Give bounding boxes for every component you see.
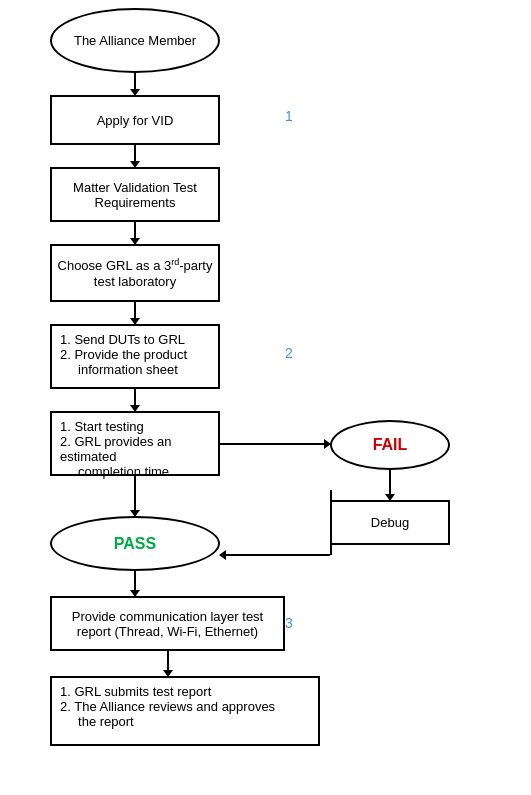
grl-submits-label: 1. GRL submits test report2. The Allianc… — [60, 684, 275, 729]
arrow-debug-to-pass — [220, 554, 330, 556]
matter-validation-node: Matter Validation TestRequirements — [50, 167, 220, 222]
arrow-4 — [134, 302, 136, 324]
grl-submits-node: 1. GRL submits test report2. The Allianc… — [50, 676, 320, 746]
matter-validation-label: Matter Validation TestRequirements — [73, 180, 197, 210]
apply-vid-label: Apply for VID — [97, 113, 174, 128]
choose-grl-label: Choose GRL as a 3rd-partytest laboratory — [58, 257, 213, 288]
arrow-3 — [134, 222, 136, 244]
debug-up-line — [330, 490, 332, 555]
pass-node: PASS — [50, 516, 220, 571]
label-2: 2 — [285, 345, 293, 361]
label-3: 3 — [285, 615, 293, 631]
send-duts-node: 1. Send DUTs to GRL2. Provide the produc… — [50, 324, 220, 389]
arrow-fail-debug — [389, 470, 391, 500]
start-testing-node: 1. Start testing2. GRL provides an estim… — [50, 411, 220, 476]
fail-node: FAIL — [330, 420, 450, 470]
pass-label: PASS — [114, 535, 156, 553]
arrow-pass-comm — [134, 571, 136, 596]
arrow-comm-grl — [167, 651, 169, 676]
arrow-to-fail — [220, 443, 330, 445]
alliance-member-node: The Alliance Member — [50, 8, 220, 73]
debug-label: Debug — [371, 515, 409, 530]
comm-layer-label: Provide communication layer testreport (… — [72, 609, 263, 639]
alliance-member-label: The Alliance Member — [74, 33, 196, 48]
arrow-5 — [134, 389, 136, 411]
apply-vid-node: Apply for VID — [50, 95, 220, 145]
debug-node: Debug — [330, 500, 450, 545]
choose-grl-node: Choose GRL as a 3rd-partytest laboratory — [50, 244, 220, 302]
comm-layer-node: Provide communication layer testreport (… — [50, 596, 285, 651]
label-1: 1 — [285, 108, 293, 124]
arrow-1 — [134, 73, 136, 95]
flowchart-diagram: The Alliance Member Apply for VID 1 Matt… — [0, 0, 531, 795]
start-testing-label: 1. Start testing2. GRL provides an estim… — [60, 419, 210, 479]
fail-label: FAIL — [373, 436, 408, 454]
send-duts-label: 1. Send DUTs to GRL2. Provide the produc… — [60, 332, 187, 377]
arrow-to-pass — [134, 476, 136, 516]
arrow-2 — [134, 145, 136, 167]
